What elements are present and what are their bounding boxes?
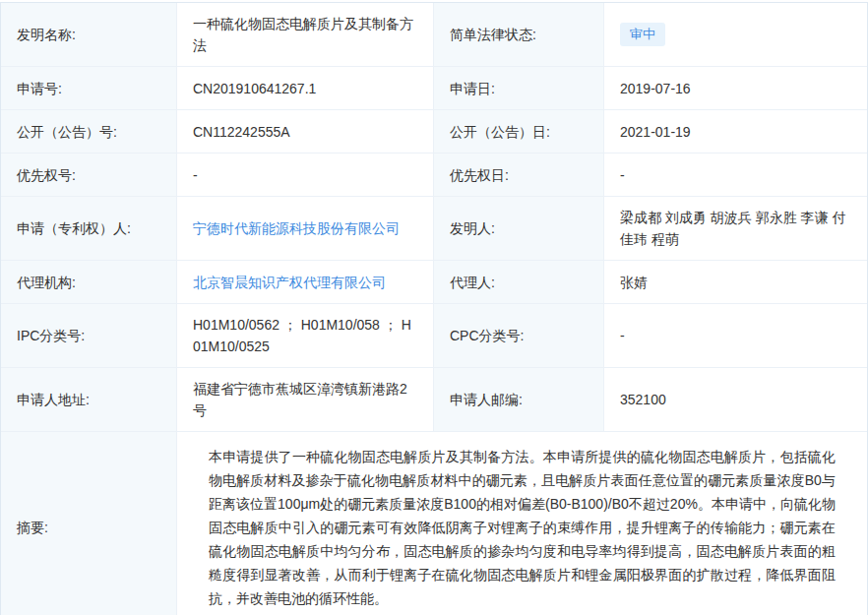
publication-date-label: 公开（公告）日: — [434, 110, 604, 154]
row-title-status: 发明名称: 一种硫化物固态电解质片及其制备方法 简单法律状态: 审中 — [1, 3, 867, 67]
agent-value: 张婧 — [604, 261, 867, 304]
agency-link[interactable]: 北京智晨知识产权代理有限公司 — [193, 272, 386, 293]
publication-number-label: 公开（公告）号: — [1, 110, 177, 154]
applicant-cell: 宁德时代新能源科技股份有限公司 — [177, 197, 434, 261]
inventors-label: 发明人: — [434, 197, 604, 261]
priority-number-value: - — [177, 154, 434, 197]
applicant-address-value: 福建省宁德市蕉城区漳湾镇新港路2号 — [177, 368, 434, 432]
row-applicant-inventors: 申请（专利权）人: 宁德时代新能源科技股份有限公司 发明人: 梁成都 刘成勇 胡… — [1, 197, 867, 261]
ipc-class-label: IPC分类号: — [1, 304, 177, 368]
row-agency-agent: 代理机构: 北京智晨知识产权代理有限公司 代理人: 张婧 — [1, 261, 867, 304]
applicant-postcode-value: 352100 — [604, 368, 867, 432]
row-publication-number-date: 公开（公告）号: CN112242555A 公开（公告）日: 2021-01-1… — [1, 110, 867, 154]
abstract-label: 摘要: — [1, 432, 177, 615]
applicant-link[interactable]: 宁德时代新能源科技股份有限公司 — [193, 217, 400, 239]
invention-title-label: 发明名称: — [1, 3, 177, 67]
priority-number-label: 优先权号: — [1, 154, 177, 197]
inventors-value: 梁成都 刘成勇 胡波兵 郭永胜 李谦 付佳玮 程萌 — [604, 197, 867, 261]
simple-legal-status-cell: 审中 — [604, 3, 867, 67]
abstract-cell: 本申请提供了一种硫化物固态电解质片及其制备方法。本申请所提供的硫化物固态电解质片… — [177, 432, 867, 615]
simple-legal-status-label: 简单法律状态: — [434, 3, 604, 67]
patent-detail-table: 发明名称: 一种硫化物固态电解质片及其制备方法 简单法律状态: 审中 申请号: … — [0, 2, 868, 615]
priority-date-label: 优先权日: — [434, 154, 604, 197]
agent-label: 代理人: — [434, 261, 604, 304]
applicant-postcode-label: 申请人邮编: — [434, 368, 604, 432]
applicant-label: 申请（专利权）人: — [1, 197, 177, 261]
cpc-class-value: - — [604, 304, 867, 368]
application-date-label: 申请日: — [434, 67, 604, 110]
application-number-label: 申请号: — [1, 67, 177, 110]
cpc-class-label: CPC分类号: — [434, 304, 604, 368]
agency-cell: 北京智晨知识产权代理有限公司 — [177, 261, 434, 304]
status-badge: 审中 — [620, 23, 665, 46]
row-abstract: 摘要: 本申请提供了一种硫化物固态电解质片及其制备方法。本申请所提供的硫化物固态… — [1, 432, 867, 615]
ipc-class-value: H01M10/0562 ； H01M10/058 ； H01M10/0525 — [177, 304, 434, 368]
invention-title-value: 一种硫化物固态电解质片及其制备方法 — [177, 3, 434, 67]
row-address-postcode: 申请人地址: 福建省宁德市蕉城区漳湾镇新港路2号 申请人邮编: 352100 — [1, 368, 867, 432]
agency-label: 代理机构: — [1, 261, 177, 304]
row-application-number-date: 申请号: CN201910641267.1 申请日: 2019-07-16 — [1, 67, 867, 110]
application-date-value: 2019-07-16 — [604, 67, 867, 110]
publication-date-value: 2021-01-19 — [604, 110, 867, 154]
row-ipc-cpc: IPC分类号: H01M10/0562 ； H01M10/058 ； H01M1… — [1, 304, 867, 368]
publication-number-value: CN112242555A — [177, 110, 434, 154]
abstract-text: 本申请提供了一种硫化物固态电解质片及其制备方法。本申请所提供的硫化物固态电解质片… — [193, 442, 851, 613]
application-number-value: CN201910641267.1 — [177, 67, 434, 110]
row-priority: 优先权号: - 优先权日: - — [1, 154, 867, 197]
priority-date-value: - — [604, 154, 867, 197]
applicant-address-label: 申请人地址: — [1, 368, 177, 432]
